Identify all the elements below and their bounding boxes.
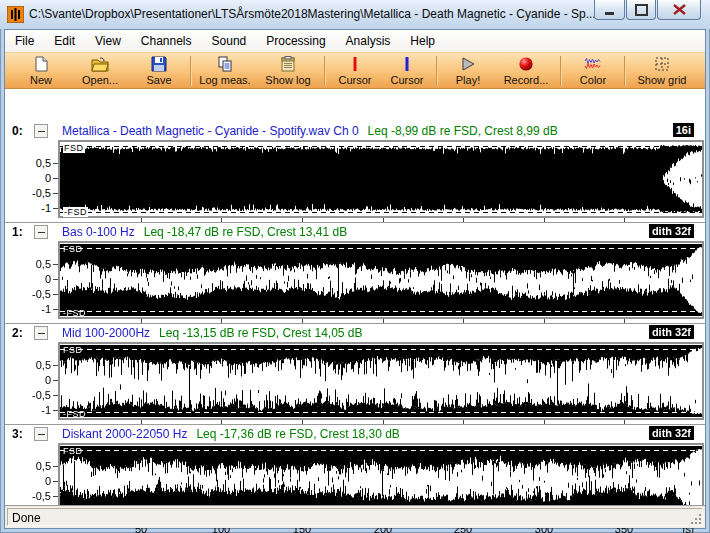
record-button[interactable]: Record... <box>495 54 557 88</box>
channel-title: Mid 100-2000Hz <box>62 326 150 340</box>
maximize-icon <box>635 4 648 16</box>
minus-icon <box>38 333 45 334</box>
waveform-canvas-0[interactable] <box>60 142 702 216</box>
title-bar[interactable]: C:\Svante\Dropbox\Presentationer\LTSÅrsm… <box>0 0 710 29</box>
channel-block-0: 0: Metallica - Death Magnetic - Cyanide … <box>5 122 705 223</box>
y-tick-label: -0,5 <box>9 187 51 199</box>
color-button[interactable]: Color <box>565 54 621 88</box>
waveform-plot[interactable]: FSD -FSD <box>58 342 704 420</box>
blue-cursor-icon <box>399 56 415 73</box>
channel-index: 3: <box>12 427 23 441</box>
play-icon <box>460 56 476 73</box>
status-field: Done <box>7 508 703 526</box>
save-button[interactable]: Save <box>131 54 187 88</box>
y-tick-label: 0 <box>9 475 51 487</box>
toolbar-separator <box>624 56 626 86</box>
channel-stats: Leq -18,47 dB re FSD, Crest 13,41 dB <box>144 225 347 239</box>
channel-title: Diskant 2000-22050 Hz <box>62 427 187 441</box>
y-tick-label: 0 <box>9 273 51 285</box>
minus-icon <box>38 232 45 233</box>
channel-index: 1: <box>12 225 23 239</box>
fsd-label: FSD <box>63 446 83 456</box>
maximize-button[interactable] <box>626 0 656 20</box>
y-tick-label: 0,5 <box>9 157 51 169</box>
minimize-button[interactable] <box>594 0 625 20</box>
menu-view[interactable]: View <box>85 31 131 51</box>
open-button[interactable]: Open... <box>69 54 131 88</box>
menu-processing[interactable]: Processing <box>256 31 335 51</box>
channel-block-2: 2: Mid 100-2000HzLeq -13,15 dB re FSD, C… <box>5 324 705 425</box>
y-tick-label: -0,5 <box>9 288 51 300</box>
y-tick-label: -1 <box>9 303 51 315</box>
y-tick-label: 0,5 <box>9 359 51 371</box>
y-tick-label: 0,5 <box>9 460 51 472</box>
show-grid-button[interactable]: Show grid <box>629 54 695 88</box>
menu-analysis[interactable]: Analysis <box>336 31 401 51</box>
collapse-button[interactable] <box>34 124 48 138</box>
toolbar-separator <box>436 56 438 86</box>
menu-bar: File Edit View Channels Sound Processing… <box>5 30 705 52</box>
status-bar: Done <box>5 505 705 528</box>
cursor-blue-button[interactable]: Cursor <box>381 54 433 88</box>
copy-pages-icon <box>217 56 233 73</box>
log-pad-icon <box>280 56 296 73</box>
y-tick-label: -0,5 <box>9 490 51 502</box>
minus-icon <box>38 131 45 132</box>
waveform-plot[interactable]: FSD -FSD <box>58 140 704 218</box>
minimize-icon <box>605 12 614 15</box>
cursor-red-button[interactable]: Cursor <box>329 54 381 88</box>
channel-block-1: 1: Bas 0-100 HzLeq -18,47 dB re FSD, Cre… <box>5 223 705 324</box>
log-meas-button[interactable]: Log meas. <box>195 54 255 88</box>
show-log-button[interactable]: Show log <box>255 54 321 88</box>
format-badge: 16i <box>673 123 694 137</box>
toolbar: New Open... Save Log meas. <box>5 52 705 89</box>
play-button[interactable]: Play! <box>441 54 495 88</box>
collapse-button[interactable] <box>34 225 48 239</box>
new-file-icon <box>34 56 49 73</box>
menu-help[interactable]: Help <box>400 31 445 51</box>
toolbar-separator <box>190 56 192 86</box>
channel-title: Bas 0-100 Hz <box>62 225 135 239</box>
format-badge: dith 32f <box>649 325 694 339</box>
menu-sound[interactable]: Sound <box>202 31 257 51</box>
neg-fsd-label: -FSD <box>63 409 86 419</box>
collapse-button[interactable] <box>34 326 48 340</box>
fsd-label: FSD <box>63 345 83 355</box>
toolbar-separator <box>560 56 562 86</box>
open-folder-icon <box>91 56 109 73</box>
minus-icon <box>38 434 45 435</box>
close-button[interactable] <box>657 0 701 20</box>
client-area: File Edit View Channels Sound Processing… <box>4 29 706 529</box>
channel-stats: Leq -13,15 dB re FSD, Crest 14,05 dB <box>159 326 362 340</box>
format-badge: dith 32f <box>649 426 694 440</box>
format-badge: dith 32f <box>649 224 694 238</box>
neg-fsd-label: -FSD <box>63 207 88 217</box>
fsd-label: FSD <box>63 244 83 254</box>
color-waves-icon <box>584 56 602 73</box>
y-tick-label: -0,5 <box>9 389 51 401</box>
channel-title: Metallica - Death Magnetic - Cyanide - S… <box>62 124 359 138</box>
channel-index: 0: <box>12 124 23 138</box>
app-window: C:\Svante\Dropbox\Presentationer\LTSÅrsm… <box>0 0 710 533</box>
status-text: Done <box>12 511 41 525</box>
collapse-button[interactable] <box>34 427 48 441</box>
y-tick-label: 0 <box>9 374 51 386</box>
app-icon <box>7 6 24 23</box>
record-icon <box>518 56 534 73</box>
menu-file[interactable]: File <box>5 31 44 51</box>
new-button[interactable]: New <box>13 54 69 88</box>
window-title: C:\Svante\Dropbox\Presentationer\LTSÅrsm… <box>29 7 596 21</box>
toolbar-separator <box>324 56 326 86</box>
waveform-canvas-2[interactable] <box>60 344 702 418</box>
menu-edit[interactable]: Edit <box>44 31 85 51</box>
waveform-plot[interactable]: FSD -FSD <box>58 241 704 319</box>
fsd-label: FSD <box>63 143 85 153</box>
red-cursor-icon <box>347 56 363 73</box>
close-icon <box>673 4 686 15</box>
menu-channels[interactable]: Channels <box>131 31 202 51</box>
y-tick-label: 0 <box>9 172 51 184</box>
waveform-canvas-1[interactable] <box>60 243 702 317</box>
save-floppy-icon <box>151 56 167 73</box>
resize-grip[interactable] <box>690 513 702 525</box>
channel-stats: Leq -17,36 dB re FSD, Crest 18,30 dB <box>196 427 399 441</box>
